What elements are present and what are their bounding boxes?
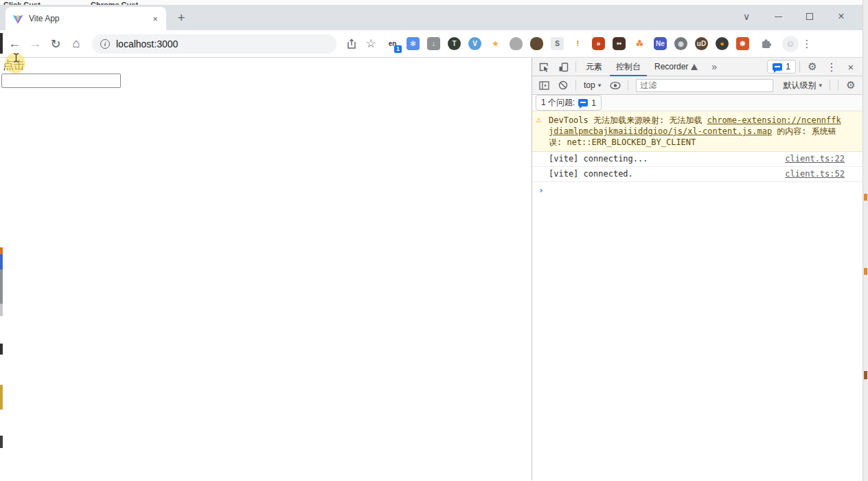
devtools-tab-console[interactable]: 控制台 [610, 58, 647, 76]
window-controls: ∨ × [731, 7, 857, 26]
share-icon[interactable] [342, 34, 361, 54]
profile-avatar[interactable]: ☺ [782, 36, 799, 52]
browser-menu-kebab-icon[interactable]: ⋮ [799, 38, 815, 50]
site-info-icon[interactable]: i [100, 39, 110, 49]
share-nodes-extension-icon[interactable]: ⁂ [633, 37, 646, 50]
back-button[interactable]: ← [4, 34, 25, 54]
issue-bubble-icon [578, 99, 588, 107]
film-reel-extension-icon[interactable]: ◉ [674, 37, 687, 50]
star-extension-icon[interactable]: ★ [489, 37, 502, 50]
translate-extension-icon[interactable]: en1 [386, 37, 399, 50]
background-window-artifact [0, 344, 3, 355]
background-window-artifact [0, 269, 3, 304]
address-bar[interactable]: i localhost:3000 [92, 34, 336, 54]
extensions-puzzle-icon[interactable] [756, 34, 775, 54]
console-empty-area[interactable] [532, 195, 863, 480]
issues-bar-pill[interactable]: 1 个问题: 1 [536, 95, 602, 111]
browser-toolbar: ← → ↻ ⌂ i localhost:3000 ☆ en1✻↓TV★S!»••… [0, 30, 863, 58]
background-window-artifact [0, 247, 3, 254]
url-text: localhost:3000 [116, 38, 178, 49]
devtools-tab-elements[interactable]: 元素 [580, 58, 608, 76]
background-window-artifact [0, 33, 3, 54]
atom-extension-icon[interactable]: ❋ [736, 37, 749, 50]
log-source-link[interactable]: client.ts:52 [785, 169, 845, 179]
console-prompt-chevron-icon: › [538, 185, 544, 195]
devtools-tabbar: 元素 控制台 Recorder » 1 ⚙ ⋮ × [532, 58, 863, 76]
window-minimize-button[interactable] [762, 7, 794, 26]
inspect-element-icon[interactable] [535, 58, 553, 76]
two-dots-extension-icon[interactable]: •• [613, 37, 626, 50]
text-cursor-icon [13, 53, 19, 63]
extension-badge: 1 [394, 45, 402, 53]
reload-button[interactable]: ↻ [45, 34, 66, 54]
console-warning-row: ⚠ DevTools 无法加载来源映射: 无法加载 chrome-extensi… [532, 111, 863, 152]
window-close-button[interactable]: × [825, 7, 857, 26]
devtools-close-icon[interactable]: × [842, 58, 860, 76]
issues-counter-badge[interactable]: 1 [767, 60, 796, 74]
tab-close-icon[interactable]: × [150, 13, 161, 24]
background-text-fragment: Chrome Cust [91, 1, 138, 5]
console-toolbar: top▾ 默认级别▾ ⚙ [532, 76, 863, 95]
log-text: [vite] connected. [549, 169, 785, 179]
content-area: 点击 [0, 58, 863, 480]
screen: Click Cust Chrome Cust [0, 0, 868, 481]
background-window-artifact [0, 304, 3, 316]
background-window-artifact [864, 194, 867, 201]
bookmark-star-icon[interactable]: ☆ [361, 34, 380, 54]
s-extension-icon[interactable]: S [551, 37, 564, 50]
devtools-tab-recorder[interactable]: Recorder [648, 58, 704, 76]
devtools-panel: 元素 控制台 Recorder » 1 ⚙ ⋮ × [532, 58, 863, 480]
console-sidebar-icon[interactable] [535, 76, 553, 94]
log-text: [vite] connecting... [549, 154, 785, 164]
issue-bubble-icon [773, 63, 782, 71]
live-expression-eye-icon[interactable] [606, 76, 624, 94]
warning-text-before: DevTools 无法加载来源映射: 无法加载 [549, 115, 707, 125]
clear-console-icon[interactable] [554, 76, 572, 94]
warning-triangle-icon: ⚠ [536, 114, 542, 125]
ublock-shield-extension-icon[interactable]: uD [695, 37, 708, 50]
footprint-extension-icon[interactable] [530, 37, 543, 50]
device-toolbar-icon[interactable] [554, 58, 572, 76]
lightbulb-extension-icon[interactable] [510, 37, 523, 50]
tab-title: Vite App [29, 14, 150, 23]
home-button[interactable]: ⌂ [66, 34, 87, 54]
tab-search-chevron-icon[interactable]: ∨ [731, 7, 762, 26]
console-settings-gear-icon[interactable]: ⚙ [842, 76, 860, 94]
javascript-context-dropdown[interactable]: top▾ [580, 80, 605, 90]
issues-bar: 1 个问题: 1 [532, 95, 863, 111]
background-window-artifact [0, 436, 3, 448]
browser-window: Vite App × + ∨ × ← → ↻ ⌂ i localhost:300… [0, 5, 863, 481]
scene-extension-icon[interactable]: ✻ [407, 37, 420, 50]
forward-button[interactable]: → [25, 34, 45, 54]
browser-tab-vite-app[interactable]: Vite App × [5, 7, 166, 30]
console-prompt[interactable]: › [532, 182, 863, 195]
download-extension-icon[interactable]: ↓ [427, 37, 440, 50]
devtools-menu-kebab-icon[interactable]: ⋮ [823, 58, 841, 76]
devtools-settings-gear-icon[interactable]: ⚙ [803, 58, 821, 76]
background-window-artifact [0, 254, 3, 269]
background-window-artifact [0, 385, 3, 410]
console-filter-input[interactable] [636, 79, 773, 92]
window-maximize-button[interactable] [794, 7, 825, 26]
new-tab-button[interactable]: + [172, 8, 191, 27]
console-log-row: [vite] connecting... client.ts:22 [532, 152, 863, 167]
cookie-dot-extension-icon[interactable]: ● [716, 37, 729, 50]
more-tabs-chevron[interactable]: » [705, 58, 723, 76]
background-window-strip-top: Click Cust Chrome Cust [0, 0, 863, 5]
tab-strip: Vite App × + ∨ × [0, 5, 863, 30]
background-text-fragment: Click Cust [3, 1, 41, 5]
log-source-link[interactable]: client.ts:22 [785, 154, 845, 164]
page-text-input[interactable] [1, 74, 121, 88]
ne-extension-icon[interactable]: Ne [654, 37, 667, 50]
extensions-strip: en1✻↓TV★S!»••⁂Ne◉uD●❋ [386, 37, 749, 50]
background-window-strip-right [863, 0, 868, 481]
shield-t-extension-icon[interactable]: T [448, 37, 461, 50]
experiment-beaker-icon [691, 64, 698, 70]
v-circle-extension-icon[interactable]: V [468, 37, 481, 50]
vite-logo-icon [12, 13, 23, 24]
background-window-artifact [864, 371, 867, 379]
key-extension-icon[interactable]: ! [571, 37, 584, 50]
fast-forward-extension-icon[interactable]: » [592, 37, 605, 50]
console-log-row: [vite] connected. client.ts:52 [532, 167, 863, 182]
log-levels-dropdown[interactable]: 默认级别▾ [779, 80, 826, 91]
